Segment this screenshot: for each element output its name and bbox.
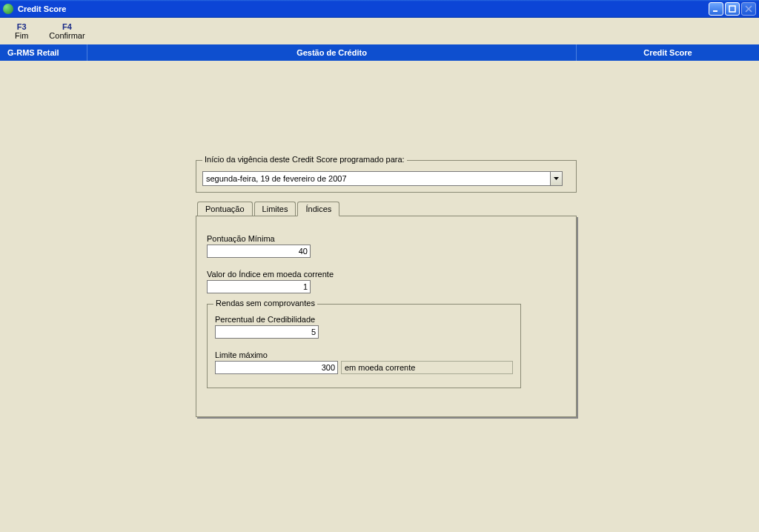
pontuacao-minima-label: Pontuação Mínima [207, 234, 566, 243]
svg-rect-1 [729, 6, 735, 12]
module-left: G-RMS Retail [0, 44, 87, 61]
main-area: Início da vigência deste Credit Score pr… [0, 61, 759, 417]
tab-limites-label: Limites [262, 205, 288, 213]
vigencia-group: Início da vigência deste Credit Score pr… [196, 160, 577, 193]
credibilidade-label: Percentual de Credibilidade [215, 315, 513, 324]
window-title: Credit Score [18, 4, 709, 13]
limite-maximo-label: Limite máximo [215, 350, 513, 359]
module-mid: Gestão de Crédito [87, 44, 577, 61]
vigencia-legend: Início da vigência deste Credit Score pr… [202, 155, 407, 164]
vigencia-date-value: segunda-feira, 19 de fevereiro de 2007 [203, 174, 550, 183]
valor-indice-input[interactable] [207, 280, 311, 293]
window-controls [709, 2, 756, 16]
app-icon [3, 4, 13, 14]
rendas-group: Rendas sem comprovantes Percentual de Cr… [207, 304, 521, 388]
function-key-bar: F3 Fim F4 Confirmar [0, 18, 759, 44]
tab-limites[interactable]: Limites [254, 202, 296, 216]
limite-maximo-suffix: em moeda corrente [341, 361, 513, 374]
fn-key-f4: F4 [49, 22, 84, 31]
vigencia-date-dropdown[interactable]: segunda-feira, 19 de fevereiro de 2007 [202, 171, 563, 186]
credibilidade-input[interactable] [215, 325, 319, 339]
fn-label-confirmar: Confirmar [49, 31, 84, 40]
close-button[interactable] [741, 2, 756, 16]
fn-confirmar[interactable]: F4 Confirmar [49, 22, 84, 40]
module-bar: G-RMS Retail Gestão de Crédito Credit Sc… [0, 44, 759, 61]
minimize-button[interactable] [709, 2, 723, 16]
tab-indices-label: Índices [305, 205, 331, 213]
tab-content-indices: Pontuação Mínima Valor do Índice em moed… [196, 216, 577, 417]
maximize-button[interactable] [725, 2, 740, 16]
pontuacao-minima-input[interactable] [207, 245, 311, 258]
tab-row: Pontuação Limites Índices [197, 200, 577, 216]
fn-fim[interactable]: F3 Fim [15, 22, 28, 40]
tab-pontuacao[interactable]: Pontuação [197, 202, 253, 216]
tabs-container: Pontuação Limites Índices Pontuação Míni… [196, 200, 577, 417]
rendas-legend: Rendas sem comprovantes [213, 299, 317, 307]
module-right: Credit Score [577, 44, 759, 61]
titlebar: Credit Score [0, 0, 759, 18]
limite-maximo-input[interactable] [215, 361, 338, 374]
fn-key-f3: F3 [15, 22, 28, 31]
tab-indices[interactable]: Índices [297, 202, 339, 216]
valor-indice-label: Valor do Índice em moeda corrente [207, 270, 566, 279]
chevron-down-icon[interactable] [550, 172, 562, 185]
svg-rect-0 [713, 10, 717, 12]
tab-pontuacao-label: Pontuação [205, 205, 245, 213]
fn-label-fim: Fim [15, 31, 28, 40]
